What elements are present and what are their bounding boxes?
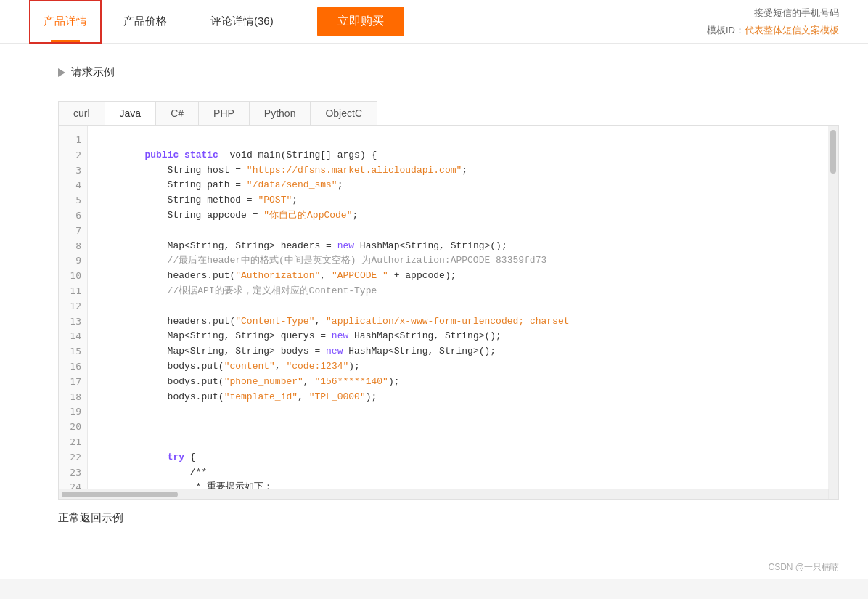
scrollbar-thumb-h[interactable] <box>62 492 178 497</box>
tab-php[interactable]: PHP <box>199 102 250 125</box>
buy-button[interactable]: 立即购买 <box>317 7 404 36</box>
template-id-value: 代表整体短信文案模板 <box>745 25 839 36</box>
top-navigation: 产品详情 产品价格 评论详情(36) 立即购买 接受短信的手机号码 模板ID：代… <box>0 0 868 44</box>
tab-curl[interactable]: curl <box>59 102 105 125</box>
main-content: 请求示例 curl Java C# PHP Python ObjectC 123… <box>0 44 868 555</box>
code-block-wrapper: 12345 678910 1112131415 1617181920 21222… <box>58 125 839 500</box>
nav-item-product-price[interactable]: 产品价格 <box>102 0 189 44</box>
right-info-panel: 接受短信的手机号码 模板ID：代表整体短信文案模板 <box>707 4 839 38</box>
footer-text: CSDN @一只楠喃 <box>768 562 839 572</box>
triangle-icon <box>58 68 65 77</box>
horizontal-scrollbar[interactable] <box>59 489 828 500</box>
request-section-title: 请求示例 <box>71 65 115 79</box>
next-section-label: 正常返回示例 <box>58 511 839 541</box>
code-block-inner: 12345 678910 1112131415 1617181920 21222… <box>59 126 838 489</box>
nav-item-reviews[interactable]: 评论详情(36) <box>189 0 295 44</box>
next-section-header: 正常返回示例 <box>58 511 839 525</box>
footer: CSDN @一只楠喃 <box>0 555 868 579</box>
nav-label-product-detail: 产品详情 <box>44 15 87 28</box>
phone-label: 接受短信的手机号码 <box>707 4 839 21</box>
horizontal-scrollbar-wrapper <box>59 489 838 499</box>
section-header-row: 请求示例 <box>58 65 839 79</box>
nav-label-reviews: 评论详情(36) <box>210 15 274 28</box>
code-content[interactable]: public static void main(String[] args) {… <box>88 126 828 489</box>
line-numbers: 12345 678910 1112131415 1617181920 21222… <box>59 126 88 489</box>
template-id-label: 模板ID：代表整体短信文案模板 <box>707 22 839 38</box>
vertical-scrollbar[interactable] <box>828 126 838 489</box>
tab-python[interactable]: Python <box>250 102 311 125</box>
nav-item-product-detail[interactable]: 产品详情 <box>29 0 102 44</box>
tab-objectc[interactable]: ObjectC <box>311 102 377 125</box>
next-section-title: 正常返回示例 <box>58 511 123 525</box>
template-id-prefix: 模板ID： <box>707 25 745 36</box>
code-language-tabs: curl Java C# PHP Python ObjectC <box>58 101 377 125</box>
nav-label-product-price: 产品价格 <box>123 15 167 28</box>
scrollbar-corner <box>828 489 838 500</box>
tab-java[interactable]: Java <box>105 102 157 125</box>
request-section-header: 请求示例 <box>58 58 839 101</box>
scrollbar-thumb-v[interactable] <box>830 130 836 174</box>
tab-csharp[interactable]: C# <box>156 102 199 125</box>
